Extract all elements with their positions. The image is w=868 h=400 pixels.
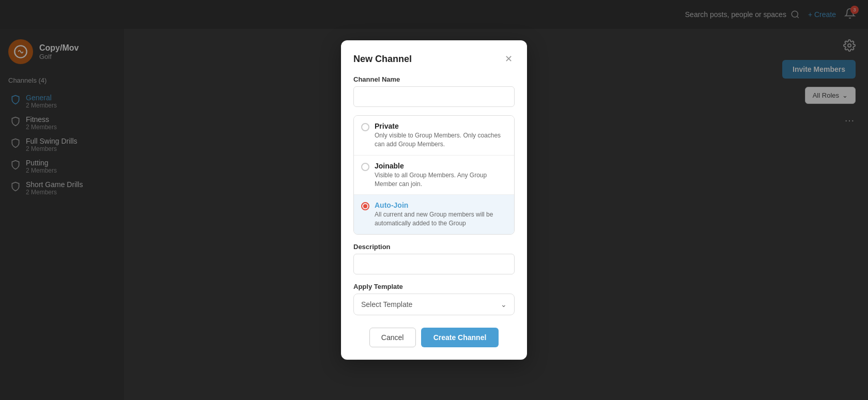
radio-private <box>361 123 369 131</box>
cancel-button[interactable]: Cancel <box>369 328 416 347</box>
channel-name-input[interactable] <box>353 86 515 107</box>
option-auto-join-desc: All current and new Group members will b… <box>375 210 507 228</box>
option-joinable-desc: Visible to all Group Members. Any Group … <box>375 171 507 189</box>
option-auto-join-title: Auto-Join <box>375 201 507 209</box>
apply-template-label: Apply Template <box>353 283 515 290</box>
option-auto-join-content: Auto-Join All current and new Group memb… <box>375 201 507 228</box>
modal-footer: Cancel Create Channel <box>353 328 515 347</box>
close-button[interactable]: ✕ <box>502 53 515 65</box>
modal-title: New Channel <box>353 54 412 65</box>
radio-auto-join <box>361 202 369 210</box>
channel-type-options: Private Only visible to Group Members. O… <box>353 115 515 235</box>
option-joinable-title: Joinable <box>375 162 507 170</box>
option-joinable-content: Joinable Visible to all Group Members. A… <box>375 162 507 189</box>
new-channel-modal: New Channel ✕ Channel Name Private Only … <box>341 40 527 360</box>
option-private-content: Private Only visible to Group Members. O… <box>375 122 507 149</box>
radio-joinable <box>361 163 369 171</box>
template-select-text: Select Template <box>361 300 412 309</box>
modal-backdrop: New Channel ✕ Channel Name Private Only … <box>0 0 868 400</box>
modal-header: New Channel ✕ <box>353 53 515 65</box>
template-chevron-icon: ⌄ <box>501 300 507 309</box>
option-private-desc: Only visible to Group Members. Only coac… <box>375 131 507 149</box>
option-private-title: Private <box>375 122 507 130</box>
description-input[interactable] <box>353 254 515 274</box>
description-label: Description <box>353 243 515 251</box>
option-auto-join[interactable]: Auto-Join All current and new Group memb… <box>354 195 514 234</box>
option-private[interactable]: Private Only visible to Group Members. O… <box>354 116 514 156</box>
channel-name-label: Channel Name <box>353 75 515 83</box>
option-joinable[interactable]: Joinable Visible to all Group Members. A… <box>354 156 514 195</box>
create-channel-button[interactable]: Create Channel <box>421 328 499 347</box>
template-select[interactable]: Select Template ⌄ <box>353 294 515 315</box>
